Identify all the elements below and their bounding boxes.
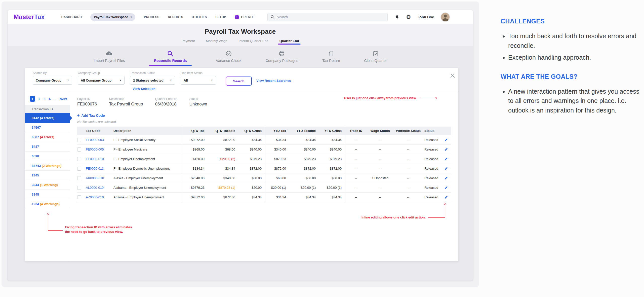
search-input[interactable]	[277, 15, 385, 19]
edit-pencil-icon[interactable]	[444, 138, 448, 142]
qtd-gross-value: $879.23	[239, 154, 265, 164]
row-checkbox[interactable]	[77, 147, 81, 152]
tax-code-link[interactable]: FE0000-010	[86, 154, 112, 164]
status-value: Released	[423, 173, 441, 183]
tax-code-link[interactable]: FE0000-013	[86, 164, 112, 173]
global-search[interactable]	[267, 13, 388, 21]
wage-status-value: --	[367, 135, 394, 144]
transaction-item[interactable]: 6587 (4 errors)	[25, 132, 70, 142]
ytd-gross-value: $34.34	[319, 193, 345, 202]
nav-dashboard[interactable]: DASHBOARD	[61, 15, 82, 19]
step-variance-check[interactable]: Variance Check	[216, 50, 241, 68]
qtd-gross-value: $34.34	[239, 193, 265, 202]
line-item-status-dropdown[interactable]: All ▼	[181, 76, 216, 85]
row-checkbox[interactable]	[77, 195, 81, 199]
field-value: 06/30/2018	[155, 102, 177, 107]
transaction-id: 34567	[32, 126, 41, 129]
annotation-previous-view: User is just one click away from previou…	[344, 96, 437, 100]
nav-setup[interactable]: SETUP	[216, 15, 226, 19]
view-selection-link[interactable]: View Selection	[133, 87, 155, 91]
ytd-gross-value: $68.00	[319, 173, 345, 183]
tax-code-link[interactable]: AZ0000-010	[86, 193, 112, 202]
tab-quarter-end[interactable]: Quarter End	[279, 39, 299, 45]
transaction-status-dropdown[interactable]: 2 Statuses selected ▼	[130, 76, 175, 85]
search-icon	[167, 50, 174, 57]
edit-pencil-icon[interactable]	[444, 148, 448, 151]
transaction-item[interactable]: 34567	[25, 123, 70, 132]
transaction-issue-count: (4 errors)	[40, 116, 54, 120]
row-checkbox[interactable]	[77, 176, 81, 180]
transaction-item[interactable]: 8142 (4 errors)	[25, 113, 70, 123]
challenge-item: Too much back and forth to resolve error…	[508, 31, 641, 50]
annotation-line	[428, 217, 445, 218]
edit-pencil-icon[interactable]	[444, 176, 448, 180]
step-reconcile-records[interactable]: Reconcile Records	[149, 50, 192, 68]
step-close-quarter[interactable]: Close Quarter	[364, 50, 387, 68]
nav-workspace-pill[interactable]: Payroll Tax Workspace ▾	[90, 13, 135, 21]
dropdown-value: 2 Statuses selected	[133, 79, 164, 82]
transaction-item[interactable]: 1234 (4 Warnings)	[25, 199, 70, 209]
ytd-tax-value: $20.00 (1)	[265, 183, 290, 192]
close-icon[interactable]	[450, 73, 455, 80]
ytd-taxable-value: $68.00	[290, 173, 319, 183]
edit-pencil-icon[interactable]	[444, 157, 448, 161]
pagination-next[interactable]: Next	[60, 97, 67, 101]
row-checkbox[interactable]	[77, 157, 81, 161]
qtd-gross-value: $340.00	[239, 145, 265, 154]
edit-pencil-icon[interactable]	[444, 186, 448, 190]
plus-icon: +	[77, 113, 79, 118]
edit-pencil-icon[interactable]	[444, 196, 448, 199]
tax-description: Arizona - Employer Unemployment	[112, 193, 182, 202]
step-company-packages[interactable]: Company Packages	[266, 50, 298, 68]
transaction-item[interactable]: 2345	[25, 171, 70, 180]
status-value: Released	[423, 135, 441, 144]
tax-code-link[interactable]: AL0000-010	[86, 183, 112, 192]
transaction-item[interactable]: 3345	[25, 190, 70, 199]
field-payroll-id: Payroll ID FE000076	[77, 97, 97, 107]
qtd-gross-value: $34.34	[239, 135, 265, 144]
annotation-inline-edit: Inline editing allows one click edit act…	[292, 203, 446, 223]
check-circle-icon	[225, 50, 232, 57]
dropdown-value: Company Group	[36, 79, 61, 82]
page-button[interactable]: 2	[38, 97, 40, 101]
tax-code-link[interactable]: AK0000-010	[86, 173, 112, 183]
view-recent-searches-link[interactable]: View Recent Searches	[256, 79, 291, 83]
tab-payment[interactable]: Payment	[181, 39, 195, 45]
printer-icon	[278, 50, 285, 57]
app-window: MasterTax DASHBOARD Payroll Tax Workspac…	[8, 10, 473, 281]
transaction-item[interactable]: 84743 (2 Warnings)	[25, 161, 70, 171]
row-checkbox[interactable]	[77, 167, 81, 171]
table-header-row: Tax Code Description QTD Tax QTD Taxable…	[77, 127, 451, 135]
transaction-id: 3344	[32, 183, 39, 187]
company-group-dropdown[interactable]: All Company Group ▼	[78, 76, 125, 85]
nav-create-button[interactable]: + CREATE	[235, 15, 254, 19]
page-button[interactable]: 4	[49, 97, 50, 101]
edit-pencil-icon[interactable]	[444, 167, 448, 170]
nav-process[interactable]: PROCESS	[144, 15, 159, 19]
row-checkbox[interactable]	[77, 186, 81, 190]
nav-reports[interactable]: REPORTS	[168, 15, 183, 19]
avatar[interactable]	[440, 12, 450, 22]
notifications-bell-icon[interactable]	[395, 15, 399, 20]
search-button[interactable]: Search	[226, 77, 252, 86]
annotation-text-line2: the need to go back to previous view.	[65, 230, 123, 234]
tax-code-link[interactable]: FE0000-003	[86, 135, 112, 144]
transaction-item[interactable]: 3344 (1 Warning)	[25, 180, 70, 190]
step-import-payroll-files[interactable]: Import Payroll Files	[94, 50, 125, 68]
search-by-dropdown[interactable]: Company Group ▼	[33, 76, 72, 85]
filter-label: Search By	[33, 71, 72, 75]
tab-monthly-wage[interactable]: Monthly Wage	[206, 39, 227, 45]
tab-interim-quarter-end[interactable]: Interim Quarter End	[238, 39, 268, 45]
tax-code-link[interactable]: FE0000-005	[86, 145, 112, 154]
add-tax-code-link[interactable]: + Add Tax Code	[77, 113, 105, 118]
transaction-item[interactable]: 6598	[25, 152, 70, 161]
page-button[interactable]: 1	[30, 96, 35, 102]
step-tax-return[interactable]: Tax Return	[322, 50, 340, 68]
page-button[interactable]: 3	[44, 97, 45, 101]
row-checkbox[interactable]	[77, 138, 81, 142]
nav-utilities[interactable]: UTILITIES	[192, 15, 207, 19]
trace-id-value: --	[345, 173, 367, 183]
transaction-item[interactable]: 5487	[25, 142, 70, 152]
annotation-line	[48, 230, 63, 231]
settings-gear-icon[interactable]: ⚙	[406, 14, 411, 20]
